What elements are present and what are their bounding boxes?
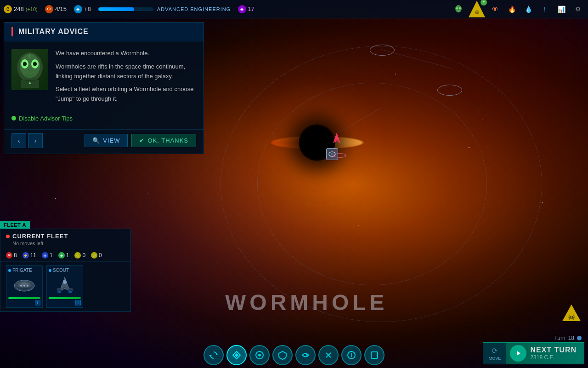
influence-resource: ◈ +8 [74, 5, 91, 13]
tech-name-label: ADVANCED ENGINEERING [157, 6, 231, 12]
chart-icon[interactable]: 📊 [555, 3, 568, 16]
svg-rect-23 [57, 288, 62, 291]
svg-marker-29 [209, 355, 212, 356]
next-turn-label: NEXT TURN [530, 346, 577, 354]
advice-body: We have encountered a Wormhole. Wormhole… [4, 41, 204, 115]
fleet-header: CURRENT FLEET No moves left [0, 229, 130, 250]
prev-advice-button[interactable]: ‹ [11, 133, 26, 148]
ship-scout-health [49, 297, 81, 299]
stat-green1-icon: ◆ [58, 252, 65, 259]
next-advice-button[interactable]: › [28, 133, 43, 148]
fleet-ships: FRIGATE + [0, 262, 130, 311]
influence-icon: ◈ [74, 5, 82, 13]
star [542, 202, 543, 203]
warning-triangle-icon[interactable]: ☠ ✦ [469, 1, 485, 17]
fleet-tab[interactable]: FLEET A [0, 221, 30, 229]
ship-scout-label: SCOUT [53, 268, 69, 273]
action-move-button[interactable] [226, 345, 247, 365]
svg-rect-38 [371, 352, 378, 358]
top-bar: ₢ 248 (+10) ⚙ 4/15 ◈ +8 ADVANCED ENGINEE… [0, 0, 588, 18]
ship-frigate-health [8, 297, 40, 299]
advice-footer: ‹ › 🔍 VIEW ✔ OK, THANKS [4, 129, 204, 154]
eye-icon[interactable]: 👁 [489, 3, 502, 16]
action-rotate-button[interactable] [204, 345, 224, 365]
fleet-stat-yellow1: ◇ 0 [91, 252, 102, 259]
turn-number: 18 [568, 335, 574, 341]
ship-scout-upgrade[interactable]: + [75, 300, 81, 305]
planet-ellipse-2[interactable] [437, 85, 462, 96]
credits-resource: ₢ 248 (+10) [4, 5, 38, 13]
next-turn-icon [510, 345, 526, 362]
fleet-panel: CURRENT FLEET No moves left ❤ 8 ⚡ 11 ◈ 1… [0, 229, 131, 312]
disable-advisor-tips[interactable]: Disable Advisor Tips [4, 115, 204, 129]
gear-icon[interactable]: ⚙ [571, 3, 584, 16]
ship-type-scout: SCOUT [49, 268, 81, 273]
stat-hp-icon: ❤ [6, 252, 12, 259]
ship-card-frigate[interactable]: FRIGATE + [6, 265, 43, 308]
svg-point-19 [23, 285, 25, 287]
drop-icon[interactable]: 💧 [522, 3, 535, 16]
svg-point-5 [456, 7, 458, 9]
svg-text:i: i [351, 352, 352, 359]
wormhole-label: WORMHOLE [225, 290, 388, 315]
research-resource: ◈ 17 [238, 5, 254, 13]
alien-icon[interactable] [452, 3, 465, 16]
fleet-name: CURRENT FLEET [12, 233, 68, 240]
next-turn-text[interactable]: NEXT TURN 2318 C.E. [530, 346, 584, 361]
map-fleet-icon-2[interactable] [326, 148, 338, 160]
action-defend-button[interactable] [272, 345, 293, 365]
ok-thanks-button[interactable]: ✔ OK, THANKS [131, 134, 196, 147]
stat-yellow1-icon: ◇ [91, 252, 97, 259]
search-icon: 🔍 [92, 137, 100, 144]
stat-yellow0-icon: ◇ [74, 252, 81, 259]
ship-card-scout[interactable]: SCOUT + [46, 265, 83, 308]
industry-icon: ⚙ [45, 5, 53, 13]
warning-bottom-right[interactable]: ☠ [561, 304, 582, 324]
next-turn-area: ⟳ MOVE NEXT TURN 2318 C.E. [483, 342, 584, 364]
map-fleet-icon-1[interactable] [330, 132, 344, 148]
ship-frigate-upgrade[interactable]: + [35, 300, 40, 305]
advice-panel: MILITARY ADVICE [4, 22, 204, 154]
fleet-stat-blue1: ◈ 1 [42, 252, 53, 259]
move-button[interactable]: ⟳ MOVE [483, 343, 506, 364]
turn-indicator: Turn 18 [554, 335, 582, 341]
exclaim-icon[interactable]: ! [538, 3, 551, 16]
planet-ellipse-1[interactable] [370, 45, 395, 56]
black-hole [266, 101, 368, 184]
fleet-stat-attack: ⚡ 11 [23, 252, 36, 259]
svg-point-6 [459, 7, 461, 9]
fleet-stat-hp: ❤ 8 [6, 252, 17, 259]
fleet-stat-green1: ◆ 1 [58, 252, 69, 259]
action-extra-button[interactable] [364, 345, 384, 365]
turn-label: Turn [554, 335, 565, 341]
svg-marker-31 [235, 353, 238, 357]
credits-icon: ₢ [4, 5, 12, 13]
tech-bar-fill [98, 7, 134, 11]
svg-point-20 [27, 285, 28, 287]
action-info-button[interactable]: i [341, 345, 362, 365]
svg-point-18 [20, 285, 22, 287]
flame-icon[interactable]: 🔥 [505, 3, 518, 16]
stat-blue1-icon: ◈ [42, 252, 48, 259]
svg-point-11 [23, 62, 27, 66]
fleet-stats: ❤ 8 ⚡ 11 ◈ 1 ◆ 1 ◇ 0 ◇ 0 [0, 250, 130, 262]
fleet-title-row: CURRENT FLEET [6, 233, 125, 240]
nav-arrows: ‹ › [11, 133, 43, 148]
advice-header: MILITARY ADVICE [4, 23, 204, 41]
research-value: 17 [248, 6, 254, 12]
action-jump-button[interactable] [295, 345, 316, 365]
svg-marker-28 [215, 354, 218, 355]
green-dot-icon [11, 116, 16, 121]
svg-rect-24 [68, 288, 73, 291]
industry-value: 4/15 [55, 6, 67, 12]
star [147, 193, 147, 194]
fleet-status: No moves left [6, 241, 125, 246]
svg-text:☠: ☠ [568, 312, 575, 322]
action-cancel-button[interactable] [318, 345, 339, 365]
view-button[interactable]: 🔍 VIEW [85, 134, 128, 147]
fleet-stat-yellow0: ◇ 0 [74, 252, 85, 259]
svg-point-26 [68, 291, 72, 293]
turn-dot [577, 336, 582, 340]
action-stop-button[interactable] [249, 345, 270, 365]
credits-bonus: (+10) [26, 6, 38, 12]
